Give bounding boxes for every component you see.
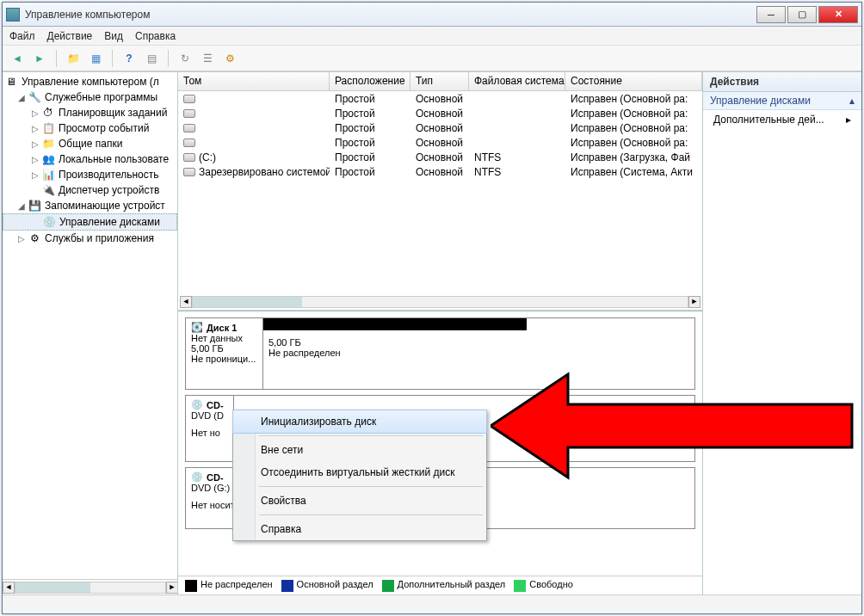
expand-icon[interactable]: ▷ <box>30 155 40 164</box>
context-menu-item[interactable]: Справка <box>233 518 486 540</box>
disk-context-menu: Инициализировать дискВне сетиОтсоединить… <box>232 410 487 541</box>
tree-pane: 🖥 Управление компьютером (л ◢ 🔧 Служебны… <box>3 72 178 594</box>
col-layout[interactable]: Расположение <box>330 72 410 90</box>
legend-item: Не распределен <box>185 579 273 591</box>
context-menu-item[interactable]: Свойства <box>233 490 486 512</box>
expand-icon[interactable]: ▷ <box>30 108 40 118</box>
drive-icon <box>183 124 195 132</box>
actions-section-diskmgmt[interactable]: Управление дисками ▴ <box>703 92 861 110</box>
tree-hscroll[interactable]: ◄ ► <box>3 579 178 594</box>
statusbar <box>3 594 861 613</box>
event-icon: 📋 <box>41 121 55 135</box>
tree-local-users[interactable]: ▷ 👥 Локальные пользовате <box>3 151 177 167</box>
settings-icon[interactable]: ⚙ <box>220 49 239 68</box>
up-level-icon[interactable]: 📁 <box>64 49 83 68</box>
svg-marker-0 <box>491 374 852 477</box>
tree-root[interactable]: 🖥 Управление компьютером (л <box>3 74 177 89</box>
services-icon: ⚙ <box>28 231 41 245</box>
tools-icon: 🔧 <box>28 90 41 104</box>
expand-icon[interactable]: ▷ <box>30 170 40 180</box>
disk-1-partition-unallocated[interactable]: 5,00 ГБ Не распределен <box>263 318 527 389</box>
legend-item: Основной раздел <box>281 579 373 591</box>
collapse-icon[interactable]: ◢ <box>16 93 26 102</box>
legend-item: Дополнительный раздел <box>382 579 506 591</box>
actions-pane: Действия Управление дисками ▴ Дополнител… <box>703 72 861 594</box>
computer-icon: 🖥 <box>4 75 18 89</box>
expand-icon[interactable]: ▷ <box>30 124 40 133</box>
disk-1-info: 💽Диск 1 Нет данных 5,00 ГБ Не проиници..… <box>186 318 263 389</box>
partition-legend: Не распределенОсновной разделДополнитель… <box>178 576 702 594</box>
context-menu-item[interactable]: Отсоединить виртуальный жесткий диск <box>233 461 486 484</box>
back-button[interactable]: ◄ <box>8 49 27 68</box>
panel-icon[interactable]: ▤ <box>142 49 161 68</box>
actions-header: Действия <box>703 72 861 92</box>
collapse-icon[interactable]: ◢ <box>16 201 26 211</box>
expand-icon[interactable]: ▷ <box>30 139 40 149</box>
tree-task-scheduler[interactable]: ▷ ⏱ Планировщик заданий <box>3 105 177 120</box>
expand-icon[interactable]: ▷ <box>16 234 26 243</box>
app-icon <box>6 8 20 22</box>
perf-icon: 📊 <box>41 168 55 182</box>
drive-icon <box>183 95 195 103</box>
col-status[interactable]: Состояние <box>565 72 702 90</box>
drive-icon <box>183 153 195 162</box>
folder-icon: 📁 <box>41 137 55 151</box>
context-menu-item[interactable]: Инициализировать диск <box>232 410 487 434</box>
minimize-button[interactable]: ─ <box>756 6 786 23</box>
volume-row[interactable]: Зарезервировано системой Простой Основно… <box>178 164 702 179</box>
tree-event-viewer[interactable]: ▷ 📋 Просмотр событий <box>3 120 177 136</box>
volume-row[interactable]: Простой Основной Исправен (Основной ра: <box>178 106 702 120</box>
close-button[interactable]: ✕ <box>818 6 858 23</box>
annotation-arrow <box>491 370 861 482</box>
menu-help[interactable]: Справка <box>135 30 176 42</box>
volumes-hscroll[interactable]: ◄ ► <box>178 294 702 310</box>
chevron-right-icon: ▸ <box>846 114 851 126</box>
menu-file[interactable]: Файл <box>9 30 35 42</box>
maximize-button[interactable]: ▢ <box>787 6 817 23</box>
menu-action[interactable]: Действие <box>47 30 93 42</box>
context-menu-item[interactable]: Вне сети <box>233 439 486 461</box>
tree-device-manager[interactable]: 🔌 Диспетчер устройств <box>3 182 177 198</box>
drive-icon <box>183 168 195 176</box>
col-type[interactable]: Тип <box>410 72 469 90</box>
users-icon: 👥 <box>41 152 55 166</box>
properties-icon[interactable]: ▦ <box>86 49 105 68</box>
volume-row[interactable]: Простой Основной Исправен (Основной ра: <box>178 91 702 106</box>
volumes-header: Том Расположение Тип Файловая система Со… <box>178 72 702 91</box>
volumes-list: Том Расположение Тип Файловая система Со… <box>178 72 702 311</box>
col-filesystem[interactable]: Файловая система <box>469 72 565 90</box>
tree-system-tools[interactable]: ◢ 🔧 Служебные программы <box>3 89 177 105</box>
help-icon[interactable]: ? <box>120 49 139 68</box>
drive-icon <box>183 139 195 147</box>
volume-row[interactable]: (C:) Простой Основной NTFS Исправен (Заг… <box>178 150 702 164</box>
menu-view[interactable]: Вид <box>104 30 123 42</box>
tree-performance[interactable]: ▷ 📊 Производительность <box>3 167 177 182</box>
titlebar[interactable]: Управление компьютером ─ ▢ ✕ <box>3 3 861 27</box>
clock-icon: ⏱ <box>41 106 55 120</box>
legend-item: Свободно <box>514 579 573 591</box>
toolbar: ◄ ► 📁 ▦ ? ▤ ↻ ☰ ⚙ <box>3 46 861 71</box>
list-icon[interactable]: ☰ <box>198 49 217 68</box>
forward-button[interactable]: ► <box>30 49 49 68</box>
disk-mgmt-icon: 💿 <box>42 215 56 229</box>
window-title: Управление компьютером <box>25 9 755 21</box>
tree-shared-folders[interactable]: ▷ 📁 Общие папки <box>3 136 177 151</box>
disk-icon: 💽 <box>191 322 203 333</box>
cdrom-icon: 💿 <box>191 399 203 410</box>
tree-services-apps[interactable]: ▷ ⚙ Службы и приложения <box>3 231 177 246</box>
storage-icon: 💾 <box>28 199 41 213</box>
actions-more[interactable]: Дополнительные дей... ▸ <box>703 110 861 129</box>
menubar: Файл Действие Вид Справка <box>3 27 861 46</box>
tree-disk-management[interactable]: 💿 Управление дисками <box>3 213 177 231</box>
refresh-icon[interactable]: ↻ <box>176 49 194 68</box>
cd-rom-0-info: 💿CD- DVD (D Нет но <box>186 396 234 461</box>
collapse-arrow-icon: ▴ <box>849 95 855 107</box>
cdrom-icon: 💿 <box>191 471 203 483</box>
drive-icon <box>183 109 195 118</box>
volume-row[interactable]: Простой Основной Исправен (Основной ра: <box>178 120 702 135</box>
volume-row[interactable]: Простой Основной Исправен (Основной ра: <box>178 135 702 150</box>
device-icon: 🔌 <box>41 183 55 197</box>
col-volume[interactable]: Том <box>178 72 330 90</box>
tree-storage[interactable]: ◢ 💾 Запоминающие устройст <box>3 198 177 213</box>
